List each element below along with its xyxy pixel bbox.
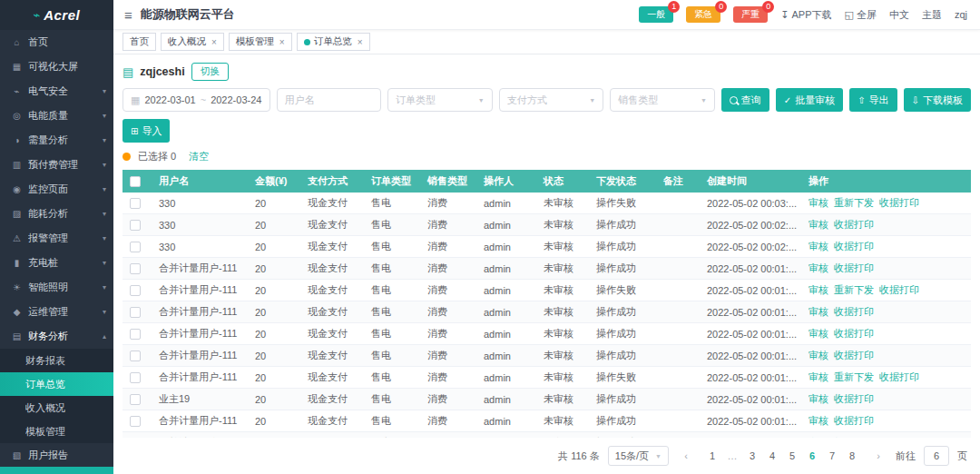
row-checkbox[interactable]	[130, 307, 141, 318]
sidebar-item-charging-pile[interactable]: ▮充电桩▾	[0, 251, 113, 275]
user-menu[interactable]: zqj	[955, 9, 967, 20]
row-action-link[interactable]: 收据打印	[834, 241, 874, 252]
row-action-link[interactable]: 重新下发	[834, 371, 874, 382]
row-action-link[interactable]: 收据打印	[879, 284, 919, 295]
row-action-link[interactable]: 重新下发	[834, 284, 874, 295]
sidebar-subitem-financial-report[interactable]: 财务报表	[0, 349, 113, 372]
sidebar-item-monitor-page[interactable]: ◉监控页面▾	[0, 177, 113, 202]
close-tab-icon[interactable]: ×	[211, 37, 217, 47]
theme-switch[interactable]: 主题	[922, 8, 942, 22]
fullscreen-link[interactable]: ◱ 全屏	[845, 8, 877, 22]
sidebar-item-operation-management[interactable]: ◆运维管理▾	[0, 300, 113, 324]
close-tab-icon[interactable]: ×	[279, 37, 285, 47]
batch-audit-button[interactable]: ✓ 批量审核	[776, 88, 843, 112]
alarm-urgent-button[interactable]: 紧急0	[686, 6, 720, 23]
sidebar-subitem-order-overview[interactable]: 订单总览	[0, 372, 113, 396]
row-checkbox[interactable]	[130, 394, 141, 405]
page-button-5[interactable]: 5	[783, 446, 801, 466]
select-all-checkbox[interactable]	[130, 176, 141, 187]
row-checkbox[interactable]	[130, 416, 141, 427]
alarm-severe-button[interactable]: 严重0	[733, 6, 768, 23]
row-actions-cell: 审核收据打印	[801, 301, 971, 323]
row-action-link[interactable]: 审核	[808, 197, 828, 208]
row-action-link[interactable]: 审核	[808, 415, 828, 426]
row-action-link[interactable]: 审核	[808, 393, 828, 404]
sidebar-subitem-income-overview[interactable]: 收入概况	[0, 396, 113, 420]
cell-user: 330	[152, 214, 248, 236]
filter-row: ▦ 2022-03-01 ~ 2022-03-24 订单类型 ▼ 支付方式 ▼ …	[122, 88, 971, 112]
row-checkbox[interactable]	[130, 372, 141, 383]
page-button-7[interactable]: 7	[823, 446, 841, 466]
alarm-general-button[interactable]: 一般1	[639, 6, 673, 23]
row-checkbox[interactable]	[130, 242, 141, 252]
row-checkbox[interactable]	[130, 285, 141, 296]
row-action-link[interactable]: 审核	[808, 328, 828, 339]
search-button[interactable]: 查询	[721, 88, 769, 112]
close-tab-icon[interactable]: ×	[358, 37, 363, 47]
sidebar-item-user-report[interactable]: ▧用户报告	[0, 443, 113, 467]
sidebar-item-demand-analysis[interactable]: ◑需量分析▾	[0, 128, 113, 153]
language-switch[interactable]: 中文	[889, 8, 909, 22]
row-action-link[interactable]: 审核	[808, 371, 828, 382]
import-button[interactable]: ⊞ 导入	[122, 119, 170, 143]
pay-type-select[interactable]: 支付方式 ▼	[499, 88, 604, 112]
row-action-link[interactable]: 收据打印	[834, 393, 874, 404]
sale-type-select[interactable]: 销售类型 ▼	[610, 88, 715, 112]
sidebar-item-financial-analysis[interactable]: ▤财务分析▴	[0, 324, 113, 349]
app-download-link[interactable]: ↧ APP下载	[780, 8, 831, 22]
row-action-link[interactable]: 收据打印	[834, 306, 874, 317]
row-action-link[interactable]: 收据打印	[879, 371, 919, 382]
row-action-link[interactable]: 审核	[808, 262, 828, 273]
row-checkbox[interactable]	[130, 351, 141, 361]
sidebar-item-prepaid-management[interactable]: ▥预付费管理▾	[0, 153, 113, 177]
prev-page-button[interactable]: ‹	[677, 446, 695, 466]
tab-income-overview[interactable]: 收入概况×	[161, 33, 224, 51]
row-action-link[interactable]: 收据打印	[834, 262, 874, 273]
row-action-link[interactable]: 审核	[808, 350, 828, 360]
row-action-link[interactable]: 收据打印	[834, 415, 874, 426]
row-action-link[interactable]: 审核	[808, 241, 828, 252]
next-page-button[interactable]: ›	[869, 446, 887, 466]
page-button-6[interactable]: 6	[803, 446, 821, 466]
switch-company-button[interactable]: 切换	[191, 63, 229, 81]
clear-selection-link[interactable]: 清空	[189, 150, 209, 163]
sidebar-nav: ⌂首页▦可视化大屏⌁电气安全▾◎电能质量▾◑需量分析▾▥预付费管理▾◉监控页面▾…	[0, 30, 113, 467]
sidebar-item-smart-lighting[interactable]: ☀智能照明▾	[0, 275, 113, 300]
page-button-3[interactable]: 3	[743, 446, 761, 466]
page-size-select[interactable]: 15条/页 ▼	[608, 446, 669, 466]
sidebar-subitem-template-management[interactable]: 模板管理	[0, 420, 113, 443]
page-button-4[interactable]: 4	[763, 446, 781, 466]
row-checkbox[interactable]	[130, 198, 141, 209]
page-button-8[interactable]: 8	[843, 446, 861, 466]
row-action-link[interactable]: 收据打印	[834, 219, 874, 230]
tab-template-management[interactable]: 模板管理×	[229, 33, 292, 51]
logo-icon: ⌁	[34, 8, 41, 22]
row-action-link[interactable]: 审核	[808, 284, 828, 295]
cell-created-time: 2022-05-02 00:01:...	[700, 410, 801, 432]
sidebar-item-electrical-safety[interactable]: ⌁电气安全▾	[0, 79, 113, 104]
row-action-link[interactable]: 收据打印	[834, 328, 874, 339]
order-type-select[interactable]: 订单类型 ▼	[387, 88, 493, 112]
tab-home[interactable]: 首页	[122, 33, 156, 51]
row-action-link[interactable]: 收据打印	[834, 350, 874, 360]
row-checkbox[interactable]	[130, 263, 141, 274]
row-action-link[interactable]: 重新下发	[834, 197, 874, 208]
download-template-button[interactable]: ⇩ 下载模板	[904, 88, 971, 112]
sidebar-item-alarm-management[interactable]: ⚠报警管理▾	[0, 226, 113, 251]
row-checkbox[interactable]	[130, 220, 141, 231]
sidebar-item-power-quality[interactable]: ◎电能质量▾	[0, 104, 113, 128]
sidebar-item-energy-analysis[interactable]: ▨能耗分析▾	[0, 202, 113, 226]
username-input[interactable]	[277, 88, 382, 112]
row-action-link[interactable]: 审核	[808, 219, 828, 230]
row-action-link[interactable]: 收据打印	[879, 197, 919, 208]
export-button[interactable]: ⇧ 导出	[849, 88, 897, 112]
page-button-1[interactable]: 1	[703, 446, 721, 466]
collapse-menu-icon[interactable]: ≡	[124, 7, 132, 23]
goto-page-input[interactable]	[924, 446, 949, 466]
sidebar-item-big-screen[interactable]: ▦可视化大屏	[0, 54, 113, 79]
row-checkbox[interactable]	[130, 329, 141, 340]
row-action-link[interactable]: 审核	[808, 306, 828, 317]
date-range-picker[interactable]: ▦ 2022-03-01 ~ 2022-03-24	[122, 88, 270, 112]
sidebar-item-home[interactable]: ⌂首页	[0, 30, 113, 54]
tab-order-overview[interactable]: 订单总览×	[297, 33, 370, 51]
